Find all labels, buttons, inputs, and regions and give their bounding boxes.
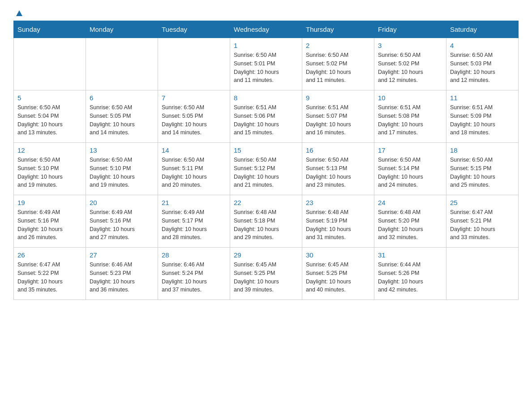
calendar-cell: 28Sunrise: 6:46 AM Sunset: 5:24 PM Dayli… [158, 248, 230, 300]
day-info: Sunrise: 6:50 AM Sunset: 5:05 PM Dayligh… [90, 103, 154, 137]
day-info: Sunrise: 6:51 AM Sunset: 5:06 PM Dayligh… [234, 103, 298, 137]
calendar-week-row: 26Sunrise: 6:47 AM Sunset: 5:22 PM Dayli… [14, 248, 519, 300]
calendar-cell: 31Sunrise: 6:44 AM Sunset: 5:26 PM Dayli… [374, 248, 446, 300]
day-number: 5 [17, 94, 82, 102]
day-number: 13 [90, 146, 154, 154]
calendar-cell: 16Sunrise: 6:50 AM Sunset: 5:13 PM Dayli… [302, 143, 374, 195]
weekday-header-monday: Monday [86, 21, 158, 38]
day-info: Sunrise: 6:50 AM Sunset: 5:03 PM Dayligh… [450, 51, 515, 85]
weekday-header-thursday: Thursday [302, 21, 374, 38]
calendar-cell: 23Sunrise: 6:48 AM Sunset: 5:19 PM Dayli… [302, 195, 374, 248]
day-number: 9 [306, 94, 370, 102]
calendar-cell [446, 248, 519, 300]
day-number: 2 [306, 42, 370, 49]
day-number: 15 [234, 146, 298, 154]
calendar-cell: 25Sunrise: 6:47 AM Sunset: 5:21 PM Dayli… [446, 195, 519, 248]
calendar-cell: 13Sunrise: 6:50 AM Sunset: 5:10 PM Dayli… [86, 143, 158, 195]
calendar-cell: 1Sunrise: 6:50 AM Sunset: 5:01 PM Daylig… [230, 38, 302, 90]
calendar-cell: 7Sunrise: 6:50 AM Sunset: 5:05 PM Daylig… [158, 90, 230, 143]
weekday-header-saturday: Saturday [446, 21, 519, 38]
day-info: Sunrise: 6:45 AM Sunset: 5:25 PM Dayligh… [234, 261, 298, 294]
day-info: Sunrise: 6:45 AM Sunset: 5:25 PM Dayligh… [306, 261, 370, 294]
day-info: Sunrise: 6:48 AM Sunset: 5:18 PM Dayligh… [234, 208, 298, 242]
weekday-header-tuesday: Tuesday [158, 21, 230, 38]
weekday-header-wednesday: Wednesday [230, 21, 302, 38]
day-info: Sunrise: 6:51 AM Sunset: 5:08 PM Dayligh… [378, 103, 442, 137]
day-number: 26 [17, 251, 82, 259]
day-info: Sunrise: 6:49 AM Sunset: 5:16 PM Dayligh… [17, 208, 82, 242]
day-number: 29 [234, 251, 298, 259]
logo-triangle-icon [14, 8, 24, 18]
calendar-cell: 9Sunrise: 6:51 AM Sunset: 5:07 PM Daylig… [302, 90, 374, 143]
day-info: Sunrise: 6:50 AM Sunset: 5:12 PM Dayligh… [234, 156, 298, 189]
calendar-table: SundayMondayTuesdayWednesdayThursdayFrid… [13, 21, 519, 300]
calendar-cell: 15Sunrise: 6:50 AM Sunset: 5:12 PM Dayli… [230, 143, 302, 195]
day-number: 30 [306, 251, 370, 259]
weekday-header-sunday: Sunday [14, 21, 86, 38]
day-info: Sunrise: 6:50 AM Sunset: 5:01 PM Dayligh… [234, 51, 298, 85]
day-number: 16 [306, 146, 370, 154]
calendar-cell: 11Sunrise: 6:51 AM Sunset: 5:09 PM Dayli… [446, 90, 519, 143]
day-info: Sunrise: 6:51 AM Sunset: 5:09 PM Dayligh… [450, 103, 515, 137]
day-info: Sunrise: 6:50 AM Sunset: 5:02 PM Dayligh… [378, 51, 442, 85]
calendar-cell: 4Sunrise: 6:50 AM Sunset: 5:03 PM Daylig… [446, 38, 519, 90]
day-number: 12 [17, 146, 82, 154]
calendar-cell: 12Sunrise: 6:50 AM Sunset: 5:10 PM Dayli… [14, 143, 86, 195]
calendar-cell: 19Sunrise: 6:49 AM Sunset: 5:16 PM Dayli… [14, 195, 86, 248]
day-number: 28 [162, 251, 226, 259]
calendar-cell: 24Sunrise: 6:48 AM Sunset: 5:20 PM Dayli… [374, 195, 446, 248]
calendar-week-row: 19Sunrise: 6:49 AM Sunset: 5:16 PM Dayli… [14, 195, 519, 248]
day-number: 24 [378, 199, 442, 206]
calendar-cell: 8Sunrise: 6:51 AM Sunset: 5:06 PM Daylig… [230, 90, 302, 143]
day-number: 22 [234, 199, 298, 206]
calendar-cell: 3Sunrise: 6:50 AM Sunset: 5:02 PM Daylig… [374, 38, 446, 90]
day-number: 6 [90, 94, 154, 102]
day-number: 7 [162, 94, 226, 102]
calendar-week-row: 1Sunrise: 6:50 AM Sunset: 5:01 PM Daylig… [14, 38, 519, 90]
day-info: Sunrise: 6:51 AM Sunset: 5:07 PM Dayligh… [306, 103, 370, 137]
day-info: Sunrise: 6:47 AM Sunset: 5:21 PM Dayligh… [450, 208, 515, 242]
day-info: Sunrise: 6:48 AM Sunset: 5:20 PM Dayligh… [378, 208, 442, 242]
day-info: Sunrise: 6:46 AM Sunset: 5:24 PM Dayligh… [162, 261, 226, 294]
day-number: 31 [378, 251, 442, 259]
day-number: 18 [450, 146, 515, 154]
day-number: 1 [234, 42, 298, 49]
calendar-cell: 10Sunrise: 6:51 AM Sunset: 5:08 PM Dayli… [374, 90, 446, 143]
calendar-cell: 21Sunrise: 6:49 AM Sunset: 5:17 PM Dayli… [158, 195, 230, 248]
calendar-cell: 27Sunrise: 6:46 AM Sunset: 5:23 PM Dayli… [86, 248, 158, 300]
day-info: Sunrise: 6:44 AM Sunset: 5:26 PM Dayligh… [378, 261, 442, 294]
day-info: Sunrise: 6:50 AM Sunset: 5:13 PM Dayligh… [306, 156, 370, 189]
day-number: 25 [450, 199, 515, 206]
day-info: Sunrise: 6:50 AM Sunset: 5:10 PM Dayligh… [17, 156, 82, 189]
day-info: Sunrise: 6:50 AM Sunset: 5:02 PM Dayligh… [306, 51, 370, 85]
day-number: 17 [378, 146, 442, 154]
calendar-cell: 26Sunrise: 6:47 AM Sunset: 5:22 PM Dayli… [14, 248, 86, 300]
day-number: 4 [450, 42, 515, 49]
day-info: Sunrise: 6:50 AM Sunset: 5:10 PM Dayligh… [90, 156, 154, 189]
calendar-cell: 2Sunrise: 6:50 AM Sunset: 5:02 PM Daylig… [302, 38, 374, 90]
calendar-cell [158, 38, 230, 90]
page-header [13, 9, 519, 16]
calendar-cell: 6Sunrise: 6:50 AM Sunset: 5:05 PM Daylig… [86, 90, 158, 143]
calendar-cell: 29Sunrise: 6:45 AM Sunset: 5:25 PM Dayli… [230, 248, 302, 300]
calendar-week-row: 5Sunrise: 6:50 AM Sunset: 5:04 PM Daylig… [14, 90, 519, 143]
day-info: Sunrise: 6:50 AM Sunset: 5:15 PM Dayligh… [450, 156, 515, 189]
calendar-cell: 30Sunrise: 6:45 AM Sunset: 5:25 PM Dayli… [302, 248, 374, 300]
weekday-header-friday: Friday [374, 21, 446, 38]
day-number: 20 [90, 199, 154, 206]
day-number: 19 [17, 199, 82, 206]
calendar-cell: 18Sunrise: 6:50 AM Sunset: 5:15 PM Dayli… [446, 143, 519, 195]
day-number: 21 [162, 199, 226, 206]
logo [13, 9, 24, 16]
day-number: 27 [90, 251, 154, 259]
day-info: Sunrise: 6:47 AM Sunset: 5:22 PM Dayligh… [17, 261, 82, 294]
calendar-cell: 5Sunrise: 6:50 AM Sunset: 5:04 PM Daylig… [14, 90, 86, 143]
day-info: Sunrise: 6:50 AM Sunset: 5:14 PM Dayligh… [378, 156, 442, 189]
day-info: Sunrise: 6:50 AM Sunset: 5:11 PM Dayligh… [162, 156, 226, 189]
day-number: 14 [162, 146, 226, 154]
day-info: Sunrise: 6:49 AM Sunset: 5:16 PM Dayligh… [90, 208, 154, 242]
day-info: Sunrise: 6:48 AM Sunset: 5:19 PM Dayligh… [306, 208, 370, 242]
svg-marker-0 [16, 10, 22, 16]
calendar-header-row: SundayMondayTuesdayWednesdayThursdayFrid… [14, 21, 519, 38]
day-number: 11 [450, 94, 515, 102]
